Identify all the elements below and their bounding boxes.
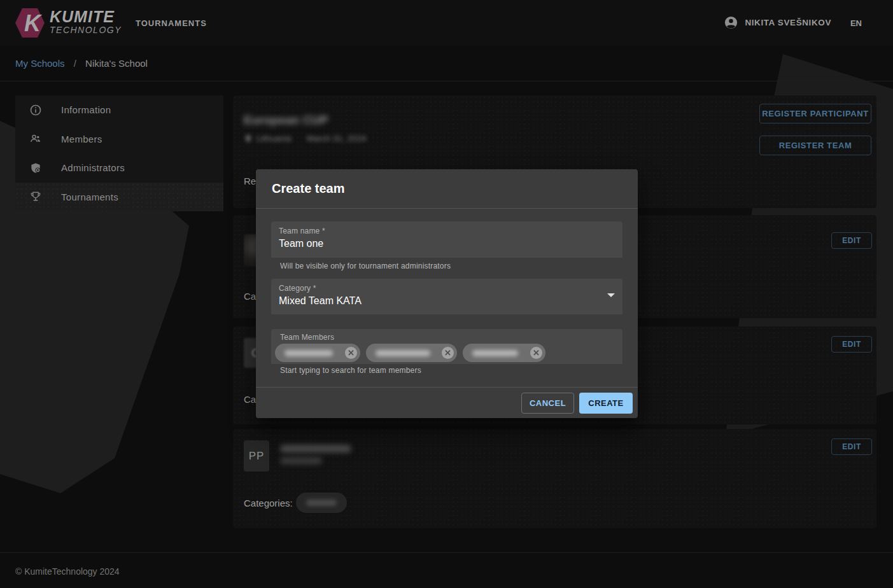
modal-footer: CANCEL CREATE: [256, 387, 638, 418]
sidebar-item-members[interactable]: Members: [15, 125, 223, 154]
sidebar-label-information: Information: [61, 104, 111, 115]
category-select[interactable]: Category * Mixed Team KATA: [271, 279, 622, 314]
create-team-modal: Create team Team name * Team one Will be…: [256, 169, 638, 418]
team-name-value[interactable]: Team one: [279, 238, 615, 249]
chip-name-blurred: [376, 350, 430, 356]
members-icon: [29, 132, 42, 145]
logo-letter: K: [24, 10, 43, 36]
sidebar-item-administrators[interactable]: Administrators: [15, 153, 223, 183]
register-participant-button[interactable]: REGISTER PARTICIPANT: [759, 104, 871, 123]
category-value: Mixed Team KATA: [279, 295, 615, 307]
team-name-helper: Will be visible only for tournament admi…: [280, 262, 451, 270]
register-team-button[interactable]: REGISTER TEAM: [759, 136, 871, 155]
team-name-field[interactable]: Team name * Team one: [271, 221, 622, 258]
team-members-helper: Start typing to search for team members: [280, 366, 421, 375]
chip-name-blurred: [472, 350, 518, 356]
team-member-chips: ✕ ✕ ✕: [275, 344, 619, 362]
team-member-chip[interactable]: ✕: [463, 344, 545, 362]
breadcrumb-my-schools[interactable]: My Schools: [15, 58, 65, 69]
category-chip-blurred: [296, 493, 347, 513]
location-pin-icon: [244, 134, 253, 143]
breadcrumb: My Schools / Nikita's School: [15, 58, 148, 69]
footer: © KumiteTechnology 2024: [0, 552, 893, 588]
modal-title: Create team: [272, 181, 345, 196]
modal-header: Create team: [256, 169, 638, 209]
user-name: NIKITA SVEŠNIKOV: [745, 18, 831, 27]
brand-line2: TECHNOLOGY: [50, 25, 122, 35]
admin-icon: [29, 162, 42, 174]
nav-tournaments[interactable]: TOURNAMENTS: [136, 18, 207, 28]
chip-name-blurred: [285, 350, 333, 356]
participant-name-blurred: [280, 445, 351, 452]
chevron-down-icon: [607, 293, 615, 297]
breadcrumb-bar: My Schools / Nikita's School: [0, 46, 893, 81]
team-members-label: Team Members: [280, 333, 619, 342]
breadcrumb-current: Nikita's School: [85, 58, 148, 69]
brand-line1: KUMITE: [50, 8, 122, 25]
participant-initials-avatar: PP: [244, 440, 269, 472]
sidebar-label-tournaments: Tournaments: [61, 192, 118, 202]
sidebar-label-administrators: Administrators: [61, 162, 125, 173]
trophy-icon: [29, 190, 42, 203]
tournament-meta-blurred: Lithuania March 31, 2024: [244, 134, 367, 143]
participant-dob-blurred: [280, 458, 322, 464]
team-name-label: Team name *: [279, 227, 615, 235]
top-bar: K KUMITE TECHNOLOGY TOURNAMENTS NIKITA S…: [0, 0, 893, 46]
tournament-title-blurred: European CUP: [244, 113, 328, 127]
participant-card-3: PP Categories: EDIT: [233, 429, 876, 528]
edit-button[interactable]: EDIT: [831, 232, 872, 249]
tournament-date-blurred: March 31, 2024: [307, 134, 367, 143]
kumite-logo-icon[interactable]: K: [15, 7, 45, 39]
info-icon: [29, 104, 42, 116]
language-selector[interactable]: EN: [850, 18, 862, 28]
chip-remove-icon[interactable]: ✕: [442, 347, 454, 359]
copyright-text: © KumiteTechnology 2024: [15, 566, 120, 577]
app-root: K KUMITE TECHNOLOGY TOURNAMENTS NIKITA S…: [0, 0, 893, 588]
create-button[interactable]: CREATE: [579, 393, 633, 414]
cancel-button[interactable]: CANCEL: [521, 393, 574, 414]
sidebar-item-information[interactable]: Information: [15, 95, 223, 125]
sidebar-item-tournaments[interactable]: Tournaments: [15, 183, 223, 212]
edit-button[interactable]: EDIT: [831, 336, 872, 353]
breadcrumb-separator: /: [74, 58, 76, 69]
account-circle-icon: [724, 15, 738, 30]
category-label: Category *: [279, 284, 615, 293]
team-member-chip[interactable]: ✕: [366, 344, 457, 362]
team-members-field[interactable]: Team Members ✕ ✕ ✕: [271, 329, 622, 364]
user-menu[interactable]: NIKITA SVEŠNIKOV: [724, 15, 831, 30]
edit-button[interactable]: EDIT: [831, 438, 872, 455]
categories-label: Categories:: [244, 498, 293, 508]
chip-remove-icon[interactable]: ✕: [345, 347, 357, 359]
sidebar-label-members: Members: [61, 134, 102, 144]
sidebar: Information Members Administrators: [15, 95, 223, 211]
chip-remove-icon[interactable]: ✕: [530, 347, 542, 359]
tournament-location-blurred: Lithuania: [257, 134, 292, 143]
team-member-chip[interactable]: ✕: [275, 344, 360, 362]
brand-text: KUMITE TECHNOLOGY: [50, 8, 122, 35]
